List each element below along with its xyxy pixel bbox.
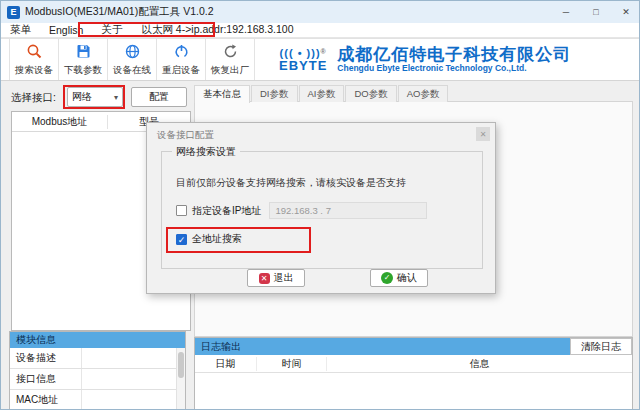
module-info-value [82,390,185,410]
company-name-en: Chengdu Ebyte Electronic Technology Co.,… [337,64,571,74]
log-panel: 日志输出 清除日志 日期 时间 信息 [194,337,633,409]
app-icon: E [7,6,20,19]
minimize-button[interactable]: ─ [551,1,581,23]
menu-item-main[interactable]: 菜单 [1,23,40,37]
module-info-value [82,348,185,368]
exit-button-label: 退出 [274,271,294,285]
log-header-info: 信息 [327,357,632,371]
tab-basic-info[interactable]: 基本信息 [194,85,250,103]
close-icon: ✕ [480,130,487,139]
ebyte-logo-text: EBYTE [279,59,327,72]
table-row: 接口信息 [10,369,185,390]
confirm-button-label: 确认 [397,271,417,285]
interface-select-label: 选择接口: [11,91,56,105]
tab-do-params[interactable]: DO参数 [345,85,396,102]
maximize-button[interactable]: □ [581,1,611,23]
groupbox-legend: 网络搜索设置 [172,145,240,159]
log-table-header: 日期 时间 信息 [195,355,632,373]
module-info-label: MAC地址 [10,390,82,410]
toolbar: 搜索设备 下载参数 设备在线 重启设备 [1,38,640,81]
maximize-icon: □ [593,7,598,17]
save-icon [75,43,92,62]
device-table-header-address: Modbus地址 [12,115,108,129]
exit-button[interactable]: ✕ 退出 [247,269,305,287]
menu-bar: 菜单 English 关于 以太网 4->ip.addr:192.168.3.1… [1,23,640,38]
full-address-search-checkbox[interactable]: ✓ [176,234,187,245]
toolbar-button-label: 设备在线 [113,64,151,77]
globe-icon [124,43,141,62]
module-info-label: 接口信息 [10,369,82,389]
interface-select-row: 选择接口: 网络 ▾ 配置 [11,87,191,109]
confirm-check-icon: ✓ [381,272,393,284]
module-info-value [82,369,185,389]
tab-ai-params[interactable]: AI参数 [299,85,345,102]
specify-ip-checkbox[interactable] [176,205,187,216]
download-params-button[interactable]: 下载参数 [59,39,108,80]
close-button[interactable]: ✕ [611,1,640,23]
toolbar-button-label: 下载参数 [64,64,102,77]
module-info-title: 模块信息 [10,332,185,348]
interface-combobox-value: 网络 [72,90,92,104]
config-button[interactable]: 配置 [131,87,187,107]
tab-di-params[interactable]: DI参数 [251,85,298,102]
app-window: E ModbusIO(ME31/MA01)配置工具 V1.0.2 ─ □ ✕ 菜… [0,0,640,410]
factory-reset-button[interactable]: 恢复出厂 [206,39,255,80]
ebyte-logo: ((( • )))® EBYTE [279,48,327,72]
module-info-table: 设备描述 接口信息 MAC地址 固件版本 [10,348,185,410]
module-info-scrollbar[interactable] [176,348,185,410]
dialog-title: 设备接口配置 [157,129,214,142]
chevron-down-icon: ▾ [114,93,118,102]
device-ip-input[interactable]: 192.168.3 . 7 [269,202,427,219]
reset-icon [222,43,239,62]
interface-combobox[interactable]: 网络 ▾ [67,87,123,107]
antenna-icon: ((( • ))) [280,47,321,59]
registered-mark: ® [321,48,327,55]
toolbar-button-label: 重启设备 [162,64,200,77]
scrollbar-thumb[interactable] [178,352,184,378]
restart-device-button[interactable]: 重启设备 [157,39,206,80]
search-device-button[interactable]: 搜索设备 [10,39,59,80]
brand-area: ((( • )))® EBYTE 成都亿佰特电子科技有限公司 Chengdu E… [279,39,571,80]
module-info-panel: 模块信息 设备描述 接口信息 MAC地址 固件版本 [9,331,186,409]
title-bar: E ModbusIO(ME31/MA01)配置工具 V1.0.2 ─ □ ✕ [1,1,640,23]
parameter-tabs: 基本信息 DI参数 AI参数 DO参数 AO参数 [194,85,449,102]
log-panel-header: 日志输出 清除日志 [195,338,632,355]
tab-ao-params[interactable]: AO参数 [398,85,449,102]
search-icon [26,43,43,62]
network-search-groupbox: 网络搜索设置 目前仅部分设备支持网络搜索，请核实设备是否支持 指定设备IP地址 … [161,151,483,269]
module-info-label: 设备描述 [10,348,82,368]
power-icon [173,43,190,62]
close-icon: ✕ [622,7,630,17]
specify-ip-row: 指定设备IP地址 192.168.3 . 7 [176,202,427,219]
specify-ip-label: 指定设备IP地址 [192,204,261,218]
menu-item-network-selector[interactable]: 以太网 4->ip.addr:192.168.3.100 [137,23,297,37]
company-name: 成都亿佰特电子科技有限公司 Chengdu Ebyte Electronic T… [337,45,571,74]
full-address-search-label: 全地址搜索 [192,232,242,246]
table-row: MAC地址 [10,390,185,410]
toolbar-button-label: 恢复出厂 [211,64,249,77]
device-online-button[interactable]: 设备在线 [108,39,157,80]
dialog-hint-text: 目前仅部分设备支持网络搜索，请核实设备是否支持 [176,176,406,190]
menu-item-about[interactable]: 关于 [92,23,131,37]
minimize-icon: ─ [563,7,569,17]
log-panel-title: 日志输出 [201,340,241,354]
window-controls: ─ □ ✕ [551,1,640,23]
company-name-cn: 成都亿佰特电子科技有限公司 [337,45,571,65]
table-row: 设备描述 [10,348,185,369]
device-interface-config-dialog: 设备接口配置 ✕ 网络搜索设置 目前仅部分设备支持网络搜索，请核实设备是否支持 … [146,122,496,294]
full-address-row: ✓ 全地址搜索 [176,232,242,246]
clear-log-button[interactable]: 清除日志 [570,338,632,355]
dialog-close-button[interactable]: ✕ [476,127,490,141]
menu-item-english[interactable]: English [40,24,92,36]
confirm-button[interactable]: ✓ 确认 [370,269,428,287]
log-header-date: 日期 [195,357,257,371]
log-header-time: 时间 [257,357,327,371]
toolbar-button-label: 搜索设备 [15,64,53,77]
window-title: ModbusIO(ME31/MA01)配置工具 V1.0.2 [25,5,213,19]
exit-x-icon: ✕ [259,273,270,284]
toolbar-buttons: 搜索设备 下载参数 设备在线 重启设备 [9,39,255,80]
